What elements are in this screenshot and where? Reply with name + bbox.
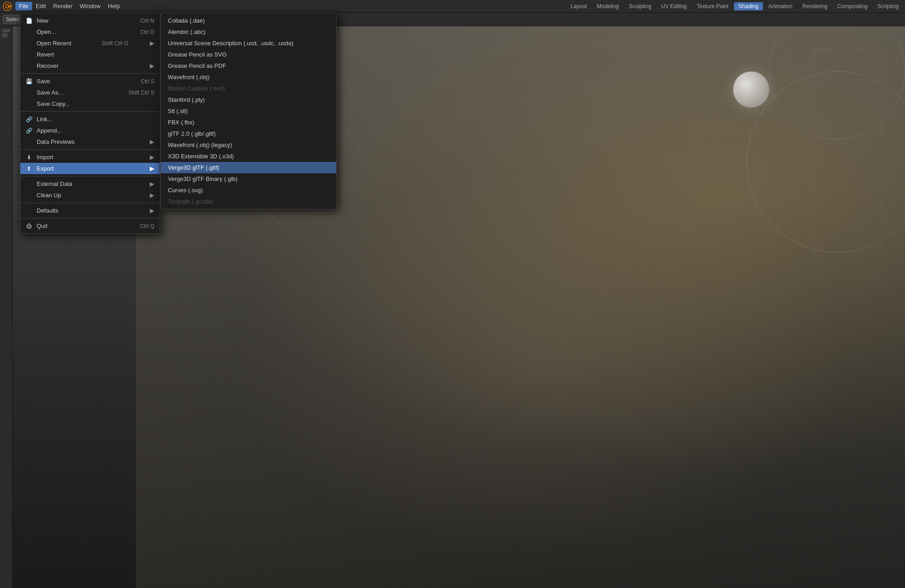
export-fbx[interactable]: FBX (.fbx)	[161, 117, 336, 128]
export-x3d[interactable]: X3D Extensible 3D (.x3d)	[161, 151, 336, 162]
separator-3	[20, 149, 160, 150]
menu-item-revert[interactable]: Revert	[20, 49, 160, 60]
tab-animation[interactable]: Animation	[764, 2, 797, 10]
menu-item-open-recent[interactable]: Open Recent Shift Ctrl O ▶	[20, 38, 160, 49]
submenu-arrow-recover: ▶	[150, 62, 154, 69]
shortcut-new: Ctrl N	[131, 18, 154, 24]
export-grease-svg[interactable]: Grease Pencil as SVG	[161, 49, 336, 60]
file-menu-dropdown: 📄 New Ctrl N Open... Ctrl O Open Recent …	[20, 13, 160, 234]
export-submenu: Collada (.dae) Alembic (.abc) Universal …	[160, 13, 337, 209]
recover-icon	[25, 62, 33, 70]
menu-file[interactable]: File	[15, 2, 32, 10]
export-gltf2[interactable]: glTF 2.0 (.glb/.gltf)	[161, 128, 336, 139]
submenu-arrow-import: ▶	[150, 154, 154, 161]
shortcut-open-recent: Shift Ctrl O	[93, 40, 129, 47]
export-verge3d-glb[interactable]: Verge3D glTF Binary (.glb)	[161, 173, 336, 185]
tab-shading[interactable]: Shading	[734, 2, 763, 10]
open-recent-icon	[25, 39, 33, 47]
tab-compositing[interactable]: Compositing	[833, 2, 872, 10]
submenu-arrow-open-recent: ▶	[150, 40, 154, 47]
menu-item-new[interactable]: 📄 New Ctrl N	[20, 15, 160, 26]
menu-item-recover[interactable]: Recover ▶	[20, 60, 160, 71]
tab-rendering[interactable]: Rendering	[798, 2, 832, 10]
user-info: Use (0)	[2, 28, 10, 38]
separator-5	[20, 203, 160, 203]
export-collada[interactable]: Collada (.dae)	[161, 15, 336, 26]
separator-2	[20, 111, 160, 112]
separator-1	[20, 73, 160, 74]
workspace-tabs: Layout Modeling Sculpting UV Editing Tex…	[566, 2, 903, 10]
export-stanford[interactable]: Stanford (.ply)	[161, 94, 336, 105]
append-icon: 🔗	[25, 127, 33, 135]
clean-up-icon	[25, 191, 33, 199]
import-icon: ⬇	[25, 153, 33, 161]
export-curves-svg[interactable]: Curves (.svg)	[161, 185, 336, 196]
export-verge3d-gltf[interactable]: Verge3D glTF (.gltf)	[161, 162, 336, 173]
submenu-arrow-clean-up: ▶	[150, 192, 154, 199]
export-alembic[interactable]: Alembic (.abc)	[161, 26, 336, 38]
save-icon: 💾	[25, 77, 33, 85]
menu-item-export[interactable]: ⬆ Export ▶	[20, 163, 160, 174]
menu-window[interactable]: Window	[76, 2, 104, 10]
separator-4	[20, 176, 160, 176]
left-sidebar: Use (0)	[0, 26, 13, 588]
export-toolpath: Toolpath (.gcode)	[161, 196, 336, 207]
external-data-icon	[25, 180, 33, 188]
menu-item-open[interactable]: Open... Ctrl O	[20, 26, 160, 38]
open-icon	[25, 28, 33, 36]
export-icon: ⬆	[25, 165, 33, 173]
tab-uv-editing[interactable]: UV Editing	[657, 2, 691, 10]
separator-6	[20, 218, 160, 218]
menu-item-quit[interactable]: ⏻ Quit Ctrl Q	[20, 220, 160, 232]
defaults-icon	[25, 207, 33, 215]
tab-modeling[interactable]: Modeling	[592, 2, 624, 10]
menu-help[interactable]: Help	[104, 2, 124, 10]
menu-item-link[interactable]: 🔗 Link...	[20, 114, 160, 125]
export-grease-pdf[interactable]: Grease Pencil as PDF	[161, 60, 336, 71]
export-motion-capture: Motion Capture (.bvh)	[161, 83, 336, 94]
tab-scripting[interactable]: Scripting	[873, 2, 903, 10]
revert-icon	[25, 51, 33, 59]
svg-point-3	[10, 5, 12, 7]
menu-item-defaults[interactable]: Defaults ▶	[20, 205, 160, 216]
menu-item-save-copy[interactable]: Save Copy...	[20, 98, 160, 109]
shortcut-quit: Ctrl Q	[131, 223, 154, 229]
menu-item-data-previews[interactable]: Data Previews ▶	[20, 136, 160, 147]
menu-item-append[interactable]: 🔗 Append...	[20, 125, 160, 136]
export-wavefront[interactable]: Wavefront (.obj)	[161, 71, 336, 83]
tab-sculpting[interactable]: Sculpting	[624, 2, 656, 10]
save-as-icon	[25, 89, 33, 97]
shortcut-open: Ctrl O	[131, 29, 154, 35]
save-copy-icon	[25, 100, 33, 108]
menu-item-clean-up[interactable]: Clean Up ▶	[20, 190, 160, 201]
quit-icon: ⏻	[25, 222, 33, 230]
menu-item-import[interactable]: ⬇ Import ▶	[20, 152, 160, 163]
export-usd[interactable]: Universal Scene Description (.usd, .usdc…	[161, 38, 336, 49]
new-file-icon: 📄	[25, 17, 33, 25]
menu-item-save-as[interactable]: Save As... Shift Ctrl S	[20, 87, 160, 98]
submenu-arrow-defaults: ▶	[150, 207, 154, 214]
export-wavefront-legacy[interactable]: Wavefront (.obj) (legacy)	[161, 139, 336, 151]
blender-logo	[2, 1, 13, 12]
tab-layout[interactable]: Layout	[566, 2, 591, 10]
link-icon: 🔗	[25, 115, 33, 123]
menubar: File Edit Render Window Help Layout Mode…	[0, 0, 905, 13]
menu-item-save[interactable]: 💾 Save Ctrl S	[20, 76, 160, 87]
submenu-arrow-data-previews: ▶	[150, 138, 154, 145]
submenu-arrow-export: ▶	[150, 165, 154, 172]
menu-render[interactable]: Render	[49, 2, 76, 10]
shortcut-save: Ctrl S	[132, 78, 154, 85]
shortcut-save-as: Shift Ctrl S	[119, 90, 154, 96]
menu-item-external-data[interactable]: External Data ▶	[20, 178, 160, 190]
menu-edit[interactable]: Edit	[32, 2, 49, 10]
submenu-arrow-external-data: ▶	[150, 180, 154, 187]
tab-texture-paint[interactable]: Texture Paint	[692, 2, 733, 10]
data-previews-icon	[25, 138, 33, 146]
export-stl[interactable]: Stl (.stl)	[161, 105, 336, 117]
